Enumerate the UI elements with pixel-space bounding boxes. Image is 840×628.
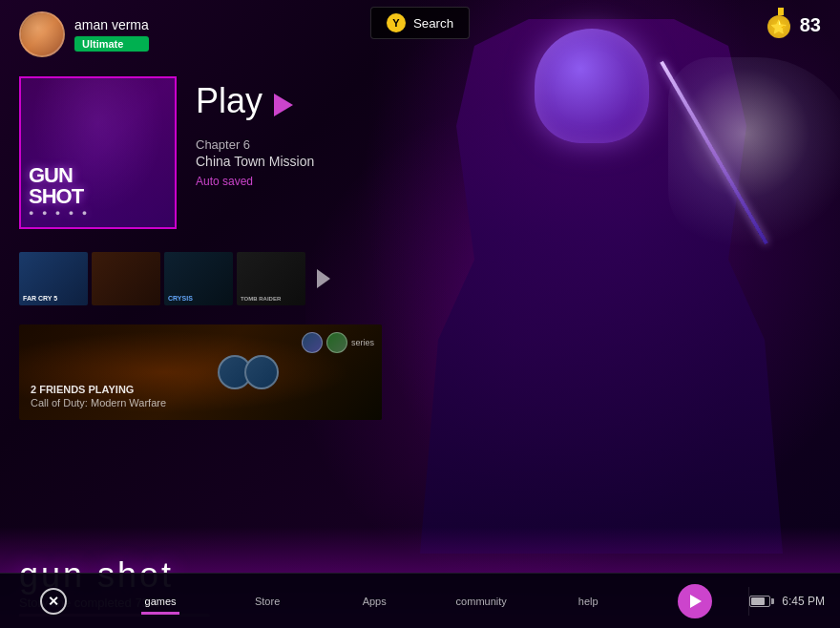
main-content: GUNSHOT ● ● ● ● ● Play Chapter 6 China T…: [19, 76, 420, 420]
friends-count-label: 2 FRIENDS PLAYING: [31, 384, 166, 395]
more-games-arrow[interactable]: [317, 269, 330, 288]
username: aman verma: [74, 17, 149, 32]
mini-game-2[interactable]: [92, 252, 160, 305]
bottom-navigation: ✕ games Store Apps community help 6:45 P: [0, 573, 840, 628]
nav-home[interactable]: ✕: [0, 580, 107, 622]
nav-store[interactable]: Store: [214, 588, 321, 615]
friends-avatars: [218, 355, 279, 389]
search-label: Search: [413, 16, 453, 31]
gamerscore: ⭐ 83: [767, 11, 821, 38]
mini-game-farcry[interactable]: [19, 252, 88, 305]
mission-label: China Town Mission: [196, 154, 420, 169]
paint-splatter: [668, 57, 840, 248]
friends-avatars-area: [191, 324, 305, 420]
mini-game-crysis[interactable]: [164, 252, 233, 305]
nav-community-label: community: [456, 596, 507, 607]
game-cover[interactable]: GUNSHOT ● ● ● ● ●: [19, 76, 177, 229]
clock-display: 6:45 PM: [782, 595, 825, 608]
star-circle: ⭐: [767, 15, 790, 38]
nav-apps-label: Apps: [363, 596, 387, 607]
nav-community[interactable]: community: [428, 588, 535, 615]
nav-play-button[interactable]: [641, 576, 748, 626]
game-title-art: GUNSHOT ● ● ● ● ●: [29, 165, 90, 218]
series-label: series: [351, 338, 374, 347]
nav-system-info: 6:45 PM: [749, 595, 840, 608]
nav-games[interactable]: games: [107, 588, 214, 615]
y-button-icon: Y: [387, 13, 406, 32]
xbox-logo-icon: ✕: [40, 588, 67, 615]
user-info: aman verma Ultimate: [19, 11, 149, 57]
achievement-star-icon: ⭐: [767, 11, 794, 38]
series-badge: series: [302, 332, 374, 353]
nav-help[interactable]: help: [535, 588, 641, 615]
search-button[interactable]: Y Search: [370, 7, 470, 39]
character-helmet: [535, 29, 649, 143]
friends-game-label: Call of Duty: Modern Warfare: [31, 397, 166, 408]
battery-body: [749, 596, 770, 607]
game-info: Play Chapter 6 China Town Mission Auto s…: [196, 76, 420, 188]
score-number: 83: [800, 14, 821, 36]
play-arrow-icon[interactable]: [274, 94, 293, 116]
featured-game-section: GUNSHOT ● ● ● ● ● Play Chapter 6 China T…: [19, 76, 420, 229]
battery-tip: [771, 598, 774, 604]
friends-text: 2 FRIENDS PLAYING Call of Duty: Modern W…: [31, 384, 166, 408]
mini-game-tombraid[interactable]: [237, 252, 305, 305]
user-details: aman verma Ultimate: [74, 17, 149, 52]
battery-fill: [751, 597, 765, 605]
ultimate-badge: Ultimate: [74, 36, 149, 52]
nav-apps[interactable]: Apps: [321, 588, 428, 615]
nav-games-label: games: [145, 596, 177, 607]
play-nav-circle: [678, 584, 712, 618]
friends-playing-card[interactable]: series 2 FRIENDS PLAYING Call of Duty: M…: [19, 324, 382, 420]
play-label: Play: [196, 84, 262, 118]
avatar[interactable]: [19, 11, 65, 57]
auto-saved-label: Auto saved: [196, 175, 420, 188]
chapter-label: Chapter 6: [196, 137, 420, 152]
recent-games-row: [19, 252, 420, 305]
battery-icon: [749, 596, 774, 607]
star-ribbon: [778, 8, 784, 15]
play-nav-arrow-icon: [690, 595, 702, 608]
nav-help-label: help: [578, 596, 598, 607]
friend-avatar-2: [244, 355, 279, 389]
series-icon-2: [326, 332, 347, 353]
nav-store-label: Store: [255, 596, 280, 607]
